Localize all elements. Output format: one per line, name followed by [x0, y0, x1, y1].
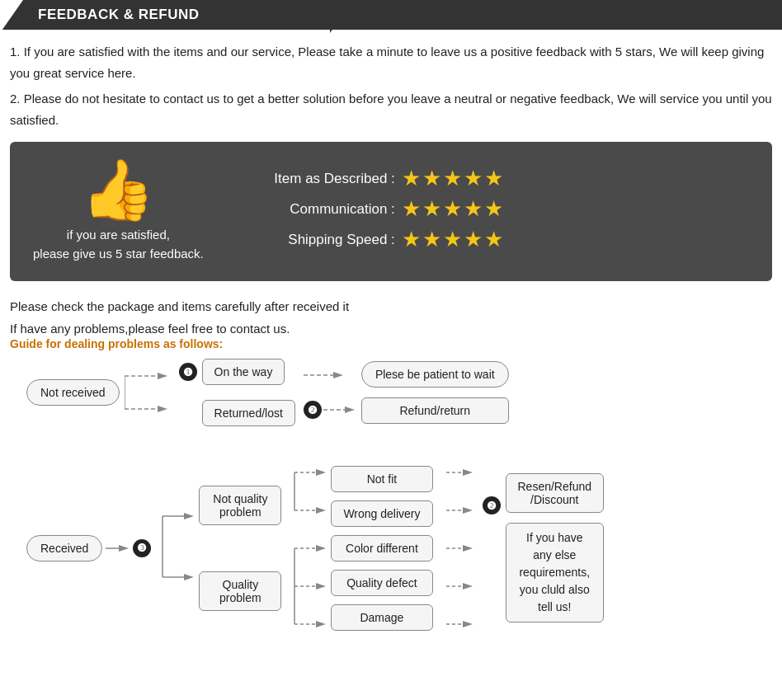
star-label-shipping: Shipping Speed :	[230, 232, 395, 248]
node-damage: Damage	[331, 604, 432, 631]
result-nodes-bottom: Resen/Refund/Discount If you haveany els…	[506, 473, 605, 622]
branch-returned-lost: Returned/lost	[179, 400, 295, 426]
node-patient: Plese be patient to wait	[361, 361, 509, 388]
svg-marker-1	[158, 373, 167, 379]
quality-branch-nodes: Not qualityproblem Qualityproblem	[199, 486, 281, 611]
bottom-results: ❷ Resen/Refund/Discount If you haveany e…	[483, 473, 605, 622]
svg-marker-29	[316, 621, 326, 627]
svg-marker-35	[463, 545, 473, 552]
star-row-shipping: Shipping Speed : ★★★★★	[230, 227, 749, 252]
svg-marker-27	[316, 583, 326, 590]
star-row-described: Item as Described : ★★★★★	[230, 166, 749, 191]
svg-marker-6	[333, 372, 343, 378]
svg-marker-15	[184, 574, 194, 580]
node-returned-lost: Returned/lost	[202, 400, 295, 426]
node-resen-refund: Resen/Refund/Discount	[506, 473, 605, 513]
arrow-to-patient	[304, 365, 356, 385]
thumbs-up-icon: 👍	[81, 160, 155, 219]
bottom-flow: Received ❸ Not qualityproblem	[26, 456, 772, 640]
result-arrows	[438, 456, 479, 640]
svg-marker-3	[158, 406, 167, 412]
star-row-communication: Communication : ★★★★★	[230, 196, 749, 222]
svg-marker-37	[463, 583, 473, 590]
bottom-fork-arrows	[154, 485, 196, 611]
svg-marker-25	[316, 545, 326, 552]
top-mid-arrows: ❷	[304, 365, 356, 420]
mid-fork-arrows	[286, 456, 327, 640]
check-text-2: If have any problems,please feel free to…	[0, 315, 782, 337]
result-arrows-svg	[438, 456, 479, 637]
node-not-quality: Not qualityproblem	[199, 486, 281, 525]
node-on-the-way: On the way	[202, 359, 285, 385]
svg-marker-8	[345, 406, 355, 413]
svg-marker-19	[316, 469, 326, 476]
node-quality-problem: Qualityproblem	[199, 571, 281, 611]
dashed-arrow-2	[323, 400, 356, 420]
node-not-received: Not received	[26, 379, 120, 406]
feedback-banner: 👍 if you are satisfied, please give us 5…	[10, 142, 772, 281]
thumb-text: if you are satisfied, please give us 5 s…	[33, 226, 204, 263]
svg-marker-31	[463, 469, 473, 476]
star-label-communication: Communication :	[230, 201, 395, 218]
badge-2-bottom: ❷	[483, 496, 501, 514]
node-else-requirements: If you haveany elserequirements,you clul…	[506, 523, 605, 622]
svg-marker-39	[463, 621, 473, 627]
fork-svg-mid	[286, 456, 327, 637]
top-flow: Not received ❶ On the way	[26, 359, 772, 426]
node-not-fit: Not fit	[331, 466, 432, 492]
mid-item-nodes: Not fit Wrong delivery Color different Q…	[331, 466, 432, 631]
guide-text: Guide for dealing problems as follows:	[0, 337, 782, 350]
intro-text-2: 2. Please do not hesitate to contact us …	[0, 88, 782, 130]
svg-marker-13	[184, 513, 194, 519]
flow-container: Not received ❶ On the way	[0, 359, 782, 656]
check-text-1: Please check the package and items caref…	[0, 293, 782, 315]
node-wrong-delivery: Wrong delivery	[331, 500, 432, 527]
svg-marker-10	[119, 545, 129, 552]
node-color-different: Color different	[331, 535, 432, 561]
node-refund-return: Refund/return	[361, 397, 509, 424]
badge-3: ❸	[133, 539, 151, 557]
dashed-arrow-1	[304, 365, 345, 385]
top-branch-nodes: ❶ On the way Returned/lost	[179, 359, 295, 426]
fork-svg-bottom	[154, 485, 196, 608]
branch-on-the-way: ❶ On the way	[179, 359, 295, 385]
intro-text-1: 1. If you are satisfied with the items a…	[0, 41, 782, 83]
badge-1: ❶	[179, 363, 197, 381]
stars-area: Item as Described : ★★★★★ Communication …	[230, 166, 749, 257]
node-quality-defect: Quality defect	[331, 570, 432, 596]
node-received: Received	[26, 535, 102, 561]
svg-marker-21	[316, 507, 326, 514]
header-bar: FEEDBACK & REFUND	[0, 0, 782, 30]
badge-2-top: ❷	[304, 401, 322, 419]
received-to-badge: ❸	[106, 538, 151, 558]
svg-marker-33	[463, 507, 473, 514]
stars-shipping: ★★★★★	[402, 227, 505, 252]
arrow-to-refund: ❷	[304, 400, 356, 420]
thumb-area: 👍 if you are satisfied, please give us 5…	[33, 160, 204, 263]
stars-communication: ★★★★★	[402, 196, 505, 222]
fork-svg-top	[125, 359, 174, 425]
page-title: FEEDBACK & REFUND	[38, 7, 200, 23]
top-result-nodes: Plese be patient to wait Refund/return	[361, 361, 509, 424]
star-label-described: Item as Described :	[230, 171, 395, 187]
arrow-received	[106, 538, 130, 558]
stars-described: ★★★★★	[402, 166, 505, 191]
top-fork-arrows	[125, 359, 174, 425]
